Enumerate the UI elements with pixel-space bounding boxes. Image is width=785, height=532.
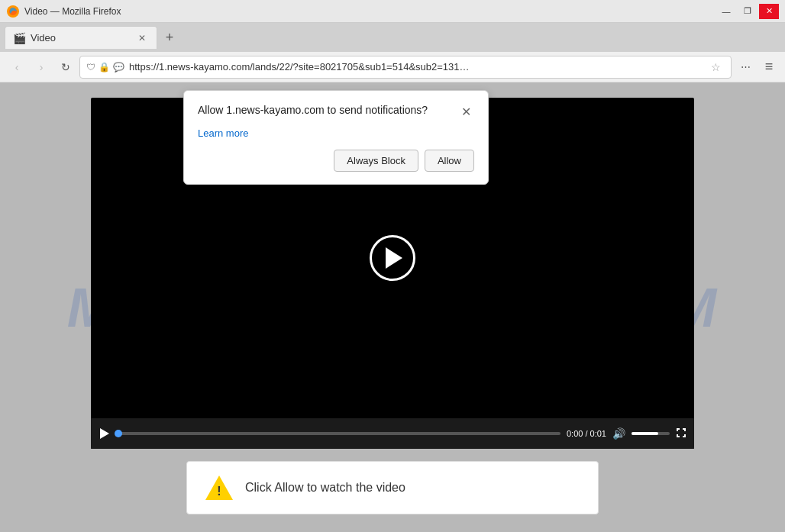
popup-buttons: Always Block Allow bbox=[198, 150, 474, 172]
popup-title: Allow 1.news-kayamo.com to send notifica… bbox=[198, 103, 428, 118]
tab-favicon: 🎬 bbox=[13, 32, 26, 44]
address-security-icons: 🛡 🔒 💬 bbox=[86, 62, 124, 73]
window-title: Video — Mozilla Firefox bbox=[24, 6, 121, 17]
tab-title: Video bbox=[31, 32, 131, 44]
page-content: MYANTISPYWARE.COM Allow 1.news-kayamo.co… bbox=[0, 82, 785, 532]
titlebar-controls: — ❐ ✕ bbox=[716, 4, 779, 19]
address-bar[interactable]: 🛡 🔒 💬 https://1.news-kayamo.com/lands/22… bbox=[79, 56, 732, 79]
tab-video[interactable]: 🎬 Video ✕ bbox=[5, 26, 157, 49]
warning-exclaim: ! bbox=[205, 476, 233, 500]
time-current: 0:00 bbox=[567, 429, 583, 438]
learn-more-link[interactable]: Learn more bbox=[198, 127, 248, 139]
tabbar: 🎬 Video ✕ + bbox=[0, 23, 785, 52]
chat-icon: 💬 bbox=[113, 62, 124, 73]
popup-header: Allow 1.news-kayamo.com to send notifica… bbox=[198, 103, 474, 120]
play-icon bbox=[100, 428, 109, 439]
titlebar: Video — Mozilla Firefox — ❐ ✕ bbox=[0, 0, 785, 23]
new-tab-button[interactable]: + bbox=[159, 27, 180, 48]
volume-fill bbox=[632, 432, 658, 435]
volume-bar[interactable] bbox=[632, 432, 670, 435]
restore-button[interactable]: ❐ bbox=[738, 4, 758, 19]
cta-box: ! Click Allow to watch the video bbox=[186, 461, 599, 514]
extensions-button[interactable]: ⋯ bbox=[735, 56, 756, 78]
url-text: https://1.news-kayamo.com/lands/22/?site… bbox=[129, 61, 702, 73]
cta-text: Click Allow to watch the video bbox=[245, 481, 405, 495]
menu-button[interactable]: ≡ bbox=[758, 56, 779, 78]
popup-close-button[interactable]: ✕ bbox=[457, 103, 474, 120]
fullscreen-icon bbox=[676, 427, 686, 438]
fullscreen-button[interactable] bbox=[676, 427, 686, 440]
bookmark-button[interactable]: ☆ bbox=[706, 58, 725, 76]
time-display: 0:00 / 0:01 bbox=[567, 429, 606, 438]
firefox-logo-icon bbox=[6, 5, 20, 18]
close-button[interactable]: ✕ bbox=[759, 4, 779, 19]
notification-popup: Allow 1.news-kayamo.com to send notifica… bbox=[183, 90, 489, 185]
play-pause-button[interactable] bbox=[99, 427, 111, 440]
allow-button[interactable]: Allow bbox=[425, 150, 474, 172]
nav-right-buttons: ⋯ ≡ bbox=[735, 56, 779, 78]
volume-button[interactable]: 🔊 bbox=[612, 427, 625, 440]
play-triangle-icon bbox=[386, 247, 402, 269]
always-block-button[interactable]: Always Block bbox=[334, 150, 418, 172]
minimize-button[interactable]: — bbox=[716, 4, 736, 19]
play-button-overlay[interactable] bbox=[370, 235, 415, 281]
reload-button[interactable]: ↻ bbox=[55, 56, 76, 78]
lock-icon: 🔒 bbox=[99, 62, 110, 73]
time-total: 0:01 bbox=[590, 429, 606, 438]
titlebar-left: Video — Mozilla Firefox bbox=[6, 5, 121, 18]
progress-bar[interactable] bbox=[117, 432, 560, 435]
video-controls: 0:00 / 0:01 🔊 bbox=[91, 418, 694, 449]
navbar: ‹ › ↻ 🛡 🔒 💬 https://1.news-kayamo.com/la… bbox=[0, 52, 785, 82]
warning-icon-container: ! bbox=[205, 476, 233, 500]
forward-button[interactable]: › bbox=[31, 56, 52, 78]
back-button[interactable]: ‹ bbox=[6, 56, 27, 78]
tab-close-button[interactable]: ✕ bbox=[135, 31, 149, 45]
progress-dot bbox=[115, 430, 122, 437]
shield-icon: 🛡 bbox=[86, 62, 95, 73]
